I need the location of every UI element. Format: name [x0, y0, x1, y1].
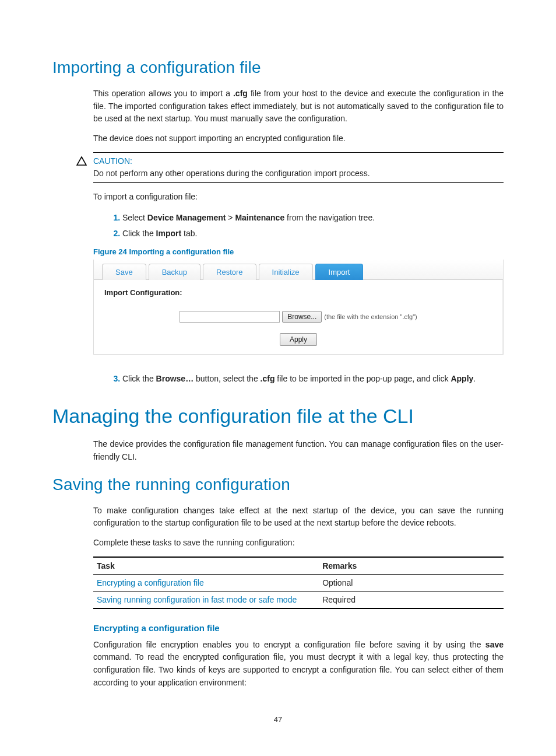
- text-bold: Device Management: [147, 213, 226, 222]
- table-header-remarks: Remarks: [319, 557, 504, 575]
- rule: [93, 182, 504, 183]
- cell-remarks: Required: [319, 591, 504, 608]
- tab-bar: Save Backup Restore Initialize Import: [94, 260, 503, 280]
- importing-p2: The device does not support importing an…: [93, 132, 504, 145]
- text: This operation allows you to import a: [93, 89, 233, 98]
- text: button, select the: [193, 374, 260, 383]
- figure-caption: Figure 24 Importing a configuration file: [93, 247, 504, 256]
- screenshot-import-config: Save Backup Restore Initialize Import Im…: [93, 260, 504, 355]
- steps-intro: To import a configuration file:: [93, 191, 504, 204]
- file-hint: (the file with the extension ".cfg"): [324, 313, 417, 320]
- file-row: Browse... (the file with the extension "…: [104, 311, 492, 323]
- text: Select: [122, 213, 147, 222]
- tab-restore[interactable]: Restore: [203, 264, 256, 280]
- text: .: [473, 374, 476, 383]
- step-3: Click the Browse… button, select the .cf…: [122, 371, 504, 387]
- text-bold-save: save: [485, 640, 504, 649]
- steps-list: Select Device Management > Maintenance f…: [93, 210, 504, 241]
- steps-intro-wrap: To import a configuration file: Select D…: [93, 191, 504, 386]
- text: >: [226, 213, 235, 222]
- tab-initialize[interactable]: Initialize: [259, 264, 313, 280]
- caution-box: CAUTION: Do not perform any other operat…: [70, 152, 504, 183]
- text: command. To read the encrypted configura…: [93, 652, 504, 687]
- text-bold: Maintenance: [235, 213, 284, 222]
- heading-saving: Saving the running configuration: [52, 475, 504, 494]
- tab-import[interactable]: Import: [315, 264, 364, 280]
- subheading-encrypting: Encrypting a configuration file: [93, 623, 504, 633]
- text-bold: Import: [156, 229, 182, 238]
- text-bold: .cfg: [261, 374, 275, 383]
- table-row: Saving running configuration in fast mod…: [93, 591, 504, 608]
- table-row: Encrypting a configuration file Optional: [93, 574, 504, 591]
- page: Importing a configuration file This oper…: [0, 0, 556, 756]
- saving-p1: To make configuration changes take effec…: [93, 505, 504, 530]
- text: tab.: [181, 229, 197, 238]
- page-number: 47: [0, 715, 556, 724]
- saving-p2: Complete these tasks to save the running…: [93, 537, 504, 550]
- rule: [93, 152, 504, 153]
- text-bold-cfg: .cfg: [233, 89, 248, 98]
- svg-marker-0: [77, 157, 86, 165]
- text-bold: Apply: [451, 374, 473, 383]
- tab-save[interactable]: Save: [102, 264, 146, 280]
- importing-p1: This operation allows you to import a .c…: [93, 88, 504, 125]
- text-bold: Browse…: [156, 374, 194, 383]
- tasks-table: Task Remarks Encrypting a configuration …: [93, 556, 504, 609]
- link-saving-mode[interactable]: Saving running configuration in fast mod…: [97, 595, 297, 604]
- heading-managing-cli: Managing the configuration file at the C…: [52, 405, 504, 428]
- step-1: Select Device Management > Maintenance f…: [122, 210, 504, 226]
- text: Click the: [122, 374, 156, 383]
- table-header-task: Task: [93, 557, 319, 575]
- tab-backup[interactable]: Backup: [149, 264, 200, 280]
- step-2: Click the Import tab.: [122, 226, 504, 242]
- managing-p1: The device provides the configuration fi…: [93, 438, 504, 463]
- link-encrypting[interactable]: Encrypting a configuration file: [97, 578, 204, 587]
- caution-label: CAUTION:: [93, 156, 504, 166]
- file-path-input[interactable]: [180, 311, 280, 323]
- browse-button[interactable]: Browse...: [282, 311, 322, 323]
- steps-list-2: Click the Browse… button, select the .cf…: [93, 371, 504, 387]
- text: file to be imported in the pop-up page, …: [275, 374, 451, 383]
- cell-remarks: Optional: [319, 574, 504, 591]
- heading-importing: Importing a configuration file: [52, 58, 504, 77]
- text: from the navigation tree.: [284, 213, 375, 222]
- encrypting-p1: Configuration file encryption enables yo…: [93, 639, 504, 690]
- apply-button[interactable]: Apply: [280, 333, 317, 346]
- caution-icon: [70, 156, 93, 167]
- text: Configuration file encryption enables yo…: [93, 640, 485, 649]
- section-importing-body: This operation allows you to import a .c…: [93, 88, 504, 145]
- text: Click the: [122, 229, 156, 238]
- import-config-label: Import Configuration:: [104, 288, 492, 297]
- caution-text: Do not perform any other operations duri…: [93, 167, 504, 180]
